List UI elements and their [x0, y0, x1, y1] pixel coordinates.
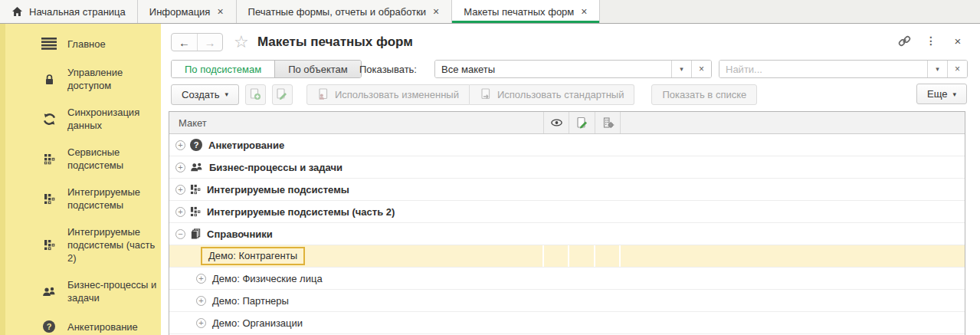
document-arrow-icon	[480, 88, 492, 100]
expand-icon[interactable]: +	[175, 163, 185, 172]
show-filter-combobox: ▾ ×	[434, 60, 712, 78]
building-gear-icon	[601, 117, 615, 130]
tab-label: Печатные формы, отчеты и обработки	[248, 6, 427, 18]
sidebar-item-access[interactable]: Управление доступом	[0, 59, 161, 99]
home-icon	[11, 6, 23, 17]
tree-row-integrated-subsystems-2[interactable]: + Интегрируемые подсистемы (часть 2)	[169, 201, 965, 223]
by-subsystems-button[interactable]: По подсистемам	[172, 61, 274, 77]
sync-icon	[41, 110, 57, 127]
tree-row-questionnaire[interactable]: + ? Анкетирование	[169, 134, 965, 156]
layouts-tree-table: Макет + ? Анкетир	[169, 111, 965, 335]
modules-icon	[41, 237, 57, 254]
tree-row-catalogs[interactable]: − Справочники	[169, 223, 965, 245]
tab-label: Информация	[149, 6, 211, 18]
show-filter-value[interactable]	[435, 61, 671, 77]
sidebar-item-integrated-subsystems[interactable]: Интегрируемые подсистемы	[0, 179, 161, 218]
lock-icon	[41, 71, 57, 87]
tree-row-integrated-subsystems[interactable]: + Интегрируемые подсистемы	[169, 179, 965, 201]
close-form-icon[interactable]: ×	[951, 34, 965, 48]
edit-button[interactable]	[272, 84, 293, 105]
expand-icon[interactable]: +	[196, 296, 206, 306]
edit-pencil-icon	[276, 88, 288, 100]
show-in-list-button[interactable]: Показать в списке	[651, 84, 757, 105]
tree-row-demo-organizations[interactable]: + Демо: Организации	[169, 312, 965, 334]
tree-row-demo-partners[interactable]: + Демо: Партнеры	[169, 290, 965, 312]
forward-button[interactable]: →	[197, 34, 222, 51]
use-standard-button[interactable]: Использовать стандартный	[470, 84, 635, 105]
people-icon	[41, 283, 57, 300]
modules-icon	[190, 184, 201, 195]
column-header-modified[interactable]	[569, 112, 595, 133]
chevron-down-icon[interactable]: ▾	[927, 61, 947, 77]
chevron-down-icon: ▾	[225, 90, 228, 98]
tab-label: Начальная страница	[29, 6, 126, 18]
tab-close-icon[interactable]: ×	[216, 6, 224, 17]
collapse-icon[interactable]: −	[175, 229, 185, 239]
expand-icon[interactable]: +	[175, 185, 185, 195]
questionnaire-icon: ?	[190, 139, 202, 151]
main-panel: ← → ☆ Макеты печатных форм ⋮ × По подсис…	[161, 24, 980, 335]
create-button[interactable]: Создать▾	[171, 84, 239, 105]
tab-print-layouts[interactable]: Макеты печатных форм ×	[452, 0, 600, 23]
history-nav: ← →	[171, 33, 223, 51]
expand-icon[interactable]: +	[196, 274, 206, 284]
tree-row-demo-contractors[interactable]: Демо: Контрагенты	[169, 245, 965, 268]
more-button[interactable]: Еще▾	[916, 84, 967, 104]
back-button[interactable]: ←	[172, 34, 197, 51]
use-modified-button[interactable]: Использовать измененный	[306, 84, 470, 105]
tab-close-icon[interactable]: ×	[432, 6, 440, 17]
link-icon[interactable]	[897, 34, 911, 48]
sidebar-item-service-subsystems[interactable]: Сервисные подсистемы	[0, 139, 161, 179]
modules-icon	[41, 150, 57, 167]
more-menu-icon[interactable]: ⋮	[924, 34, 938, 48]
sidebar-item-business-processes[interactable]: Бизнес-процессы и задачи	[0, 271, 161, 311]
favorite-star-icon[interactable]: ☆	[234, 32, 249, 52]
create-group-button[interactable]	[245, 84, 266, 105]
column-header-layout[interactable]: Макет	[169, 112, 544, 133]
add-document-icon	[249, 88, 261, 100]
tab-home[interactable]: Начальная страница	[0, 0, 138, 23]
tab-bar: Начальная страница Информация × Печатные…	[0, 0, 980, 24]
search-input[interactable]	[719, 61, 927, 77]
tree-row-demo-individuals[interactable]: + Демо: Физические лица	[169, 268, 965, 290]
show-label: Показывать:	[359, 64, 417, 75]
column-header-visibility[interactable]	[544, 112, 569, 133]
document-user-icon	[317, 88, 329, 100]
clear-icon[interactable]: ×	[691, 61, 711, 77]
sidebar-item-main[interactable]: Главное	[0, 28, 161, 59]
expand-icon[interactable]: +	[196, 318, 206, 328]
sidebar-item-label: Интегрируемые подсистемы	[67, 186, 161, 212]
tab-label: Макеты печатных форм	[464, 6, 574, 18]
sidebar-item-label: Управление доступом	[67, 66, 161, 92]
chevron-down-icon: ▾	[952, 90, 956, 98]
chevron-down-icon[interactable]: ▾	[671, 61, 691, 77]
modules-icon	[190, 206, 201, 217]
selected-cell[interactable]: Демо: Контрагенты	[201, 247, 305, 265]
expand-icon[interactable]: +	[175, 140, 185, 150]
sidebar-item-label: Главное	[67, 38, 161, 51]
sidebar-item-label: Синхронизация данных	[67, 106, 161, 132]
edit-pencil-icon	[576, 117, 588, 130]
tab-print-forms[interactable]: Печатные формы, отчеты и обработки ×	[237, 0, 453, 23]
header-actions: ⋮ ×	[897, 34, 965, 48]
column-header-object[interactable]	[595, 112, 621, 133]
sidebar-item-label: Бизнес-процессы и задачи	[67, 278, 161, 304]
sidebar-item-integrated-subsystems-2[interactable]: Интегрируемые подсистемы (часть 2)	[0, 218, 161, 271]
expand-icon[interactable]: +	[175, 207, 185, 217]
sidebar-item-label: Анкетирование	[67, 320, 161, 333]
sidebar-item-sync[interactable]: Синхронизация данных	[0, 99, 161, 139]
people-icon	[190, 162, 203, 172]
sidebar: Главное Управление доступом Синхронизаци…	[0, 24, 161, 335]
modules-icon	[41, 190, 57, 207]
table-header: Макет	[169, 112, 965, 134]
toolbar: Создать▾ Использовать измененный	[171, 84, 980, 105]
by-objects-button[interactable]: По объектам	[274, 61, 361, 77]
sidebar-item-questionnaire[interactable]: ? Анкетирование	[0, 311, 161, 335]
sidebar-item-label: Сервисные подсистемы	[67, 146, 161, 172]
tab-bar-spacer	[600, 0, 980, 23]
tree-row-business-processes[interactable]: + Бизнес-процессы и задачи	[169, 156, 965, 179]
tab-close-icon[interactable]: ×	[580, 6, 588, 17]
tab-information[interactable]: Информация ×	[138, 0, 237, 23]
view-mode-toggle: По подсистемам По объектам	[171, 60, 362, 78]
clear-icon[interactable]: ×	[947, 61, 967, 77]
